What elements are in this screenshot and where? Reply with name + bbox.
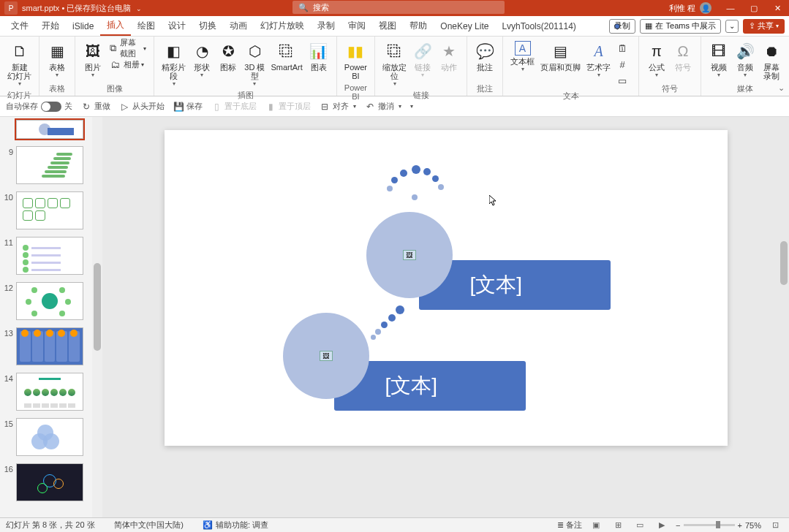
group-slides-label: 幻灯片 [4,88,34,102]
tab-draw[interactable]: 绘图 [131,16,162,36]
close-button[interactable]: ✕ [766,0,789,16]
tab-design[interactable]: 设计 [162,16,192,36]
tab-islide[interactable]: iSlide [66,16,100,36]
album-label: 相册 [124,59,140,70]
redo-button[interactable]: ↻重做 [81,101,110,112]
align-button[interactable]: ⊟对齐▾ [320,101,356,112]
notes-button[interactable]: ≣备注 [557,520,582,531]
zoom-slider[interactable] [684,524,735,526]
thumb-slide-15[interactable] [16,418,83,456]
search-box[interactable]: 🔍 搜索 [292,1,505,14]
canvas-scrollbar[interactable] [779,117,789,517]
tab-transitions[interactable]: 切换 [192,16,223,36]
object-button[interactable]: ▭ [616,73,631,88]
screenshot-button[interactable]: ⧉屏幕截图 ▾ [109,41,146,56]
screenrec-button[interactable]: ⏺屏幕 录制 [758,39,785,82]
group-comments-label: 批注 [472,82,498,96]
shapes-label: 形状 [194,63,210,72]
thumbnails-scrollbar[interactable] [92,117,102,517]
tab-lvyhtools[interactable]: LvyhTools(201114) [495,16,582,36]
headerfooter-button[interactable]: ▤页眉和页脚 [537,39,584,73]
tab-help[interactable]: 帮助 [403,16,434,36]
ribbon-display-button[interactable]: ⌄ [725,20,739,33]
thumb-slide-16[interactable] [16,463,83,501]
slide-canvas-area[interactable]: [文本] [文本] 🖼 🖼 [102,117,789,517]
slide-number-button[interactable]: # [616,57,631,72]
link-button[interactable]: 🔗链接▾ [409,39,436,80]
zoom-control[interactable]: − + 75% [676,521,761,530]
slide[interactable]: [文本] [文本] 🖼 🖼 [165,130,728,446]
shapes-icon: ◔ [192,41,212,61]
scrollbar-handle[interactable] [780,241,788,285]
thumb-slide-10[interactable] [16,191,83,229]
collapse-ribbon-button[interactable]: ⌄ [778,83,785,93]
thumb-slide-8[interactable] [16,120,83,139]
icons-button[interactable]: ✪图标 [215,39,241,73]
smartart-button[interactable]: ⿻SmartArt [268,39,305,73]
tab-view[interactable]: 视图 [372,16,403,36]
tab-onekey[interactable]: OneKey Lite [434,16,495,36]
zoom-in-button[interactable]: + [738,521,742,530]
picture-placeholder-icon: 🖼 [320,351,333,361]
new-slide-button[interactable]: 🗋新建 幻灯片▾ [4,39,34,88]
window-title[interactable]: smart.pptx • 已保存到这台电脑 ⌄ [22,3,142,14]
record-button[interactable]: 录制 [609,19,635,34]
present-teams-button[interactable]: ▦在 Teams 中展示 [640,19,721,34]
thumb-slide-9[interactable] [16,146,83,184]
zoom-percent[interactable]: 75% [745,521,761,530]
save-button[interactable]: 💾保存 [173,101,203,112]
account-button[interactable]: 利惟 程 👤 [669,2,711,14]
autosave-toggle[interactable]: 自动保存 关 [6,101,72,112]
album-button[interactable]: 🗂相册 ▾ [109,57,146,72]
pictures-button[interactable]: 🖼图片▾ [80,39,106,80]
language-indicator[interactable]: 简体中文(中国大陆) [114,520,184,531]
thumb-slide-11[interactable] [16,237,83,275]
tab-review[interactable]: 审阅 [341,16,372,36]
scrollbar-handle[interactable] [94,263,101,351]
slide-counter[interactable]: 幻灯片 第 8 张，共 20 张 [6,520,95,531]
table-button[interactable]: ▦表格▾ [44,39,70,80]
shapes-button[interactable]: ◔形状▾ [189,39,215,80]
group-powerbi-label: Power BI [341,82,370,102]
minimize-button[interactable]: — [719,0,742,16]
share-button[interactable]: ⇪共享▾ [743,19,785,34]
thumb-slide-14[interactable] [16,373,83,411]
fit-window-button[interactable]: ⊡ [767,520,783,531]
zoom-out-button[interactable]: − [676,521,680,530]
tab-home[interactable]: 开始 [35,16,66,36]
cameo-button[interactable]: ◧精彩片 段▾ [159,39,189,88]
smartart-circle-1[interactable]: 🖼 [366,212,453,298]
thumb-slide-12[interactable] [16,282,83,320]
undo-button[interactable]: ↶撤消▾ [365,101,401,112]
maximize-button[interactable]: ▢ [742,0,766,16]
smartart-circle-2[interactable]: 🖼 [283,313,369,399]
tab-record[interactable]: 录制 [311,16,341,36]
zoom-icon: ⿻ [385,41,405,61]
comment-button[interactable]: 💬批注 [472,39,498,73]
sorter-view-button[interactable]: ⊞ [610,520,626,531]
zoom-button[interactable]: ⿻缩放定 位▾ [380,39,409,88]
video-button[interactable]: 🎞视频▾ [706,39,732,80]
tab-slideshow[interactable]: 幻灯片放映 [254,16,311,36]
wordart-button[interactable]: A艺术字▾ [584,39,614,80]
qat-overflow-button[interactable]: ▾ [410,103,413,110]
accessibility-status[interactable]: ♿辅助功能: 调查 [203,520,268,531]
tab-file[interactable]: 文件 [4,16,35,36]
textbox-button[interactable]: A文本框▾ [507,39,537,74]
tab-animations[interactable]: 动画 [223,16,254,36]
equation-button[interactable]: π公式▾ [643,39,670,80]
action-button[interactable]: ★动作 [436,39,462,73]
slideshow-view-button[interactable]: ▶ [654,520,670,531]
thumb-slide-13[interactable] [16,327,83,365]
from-beginning-button[interactable]: ▷从头开始 [119,101,165,112]
reading-view-button[interactable]: ▭ [632,520,648,531]
tab-insert[interactable]: 插入 [100,16,131,36]
chart-button[interactable]: 📊图表 [306,39,332,73]
symbol-button[interactable]: Ω符号 [670,39,696,73]
normal-view-button[interactable]: ▣ [588,520,604,531]
powerbi-button[interactable]: ▮▮Power BI [341,39,370,82]
three-d-button[interactable]: ⬡3D 模 型▾ [241,39,268,88]
audio-button[interactable]: 🔊音频▾ [732,39,758,80]
smartart-label: SmartArt [271,63,302,72]
date-button[interactable]: 🗓 [616,41,631,56]
